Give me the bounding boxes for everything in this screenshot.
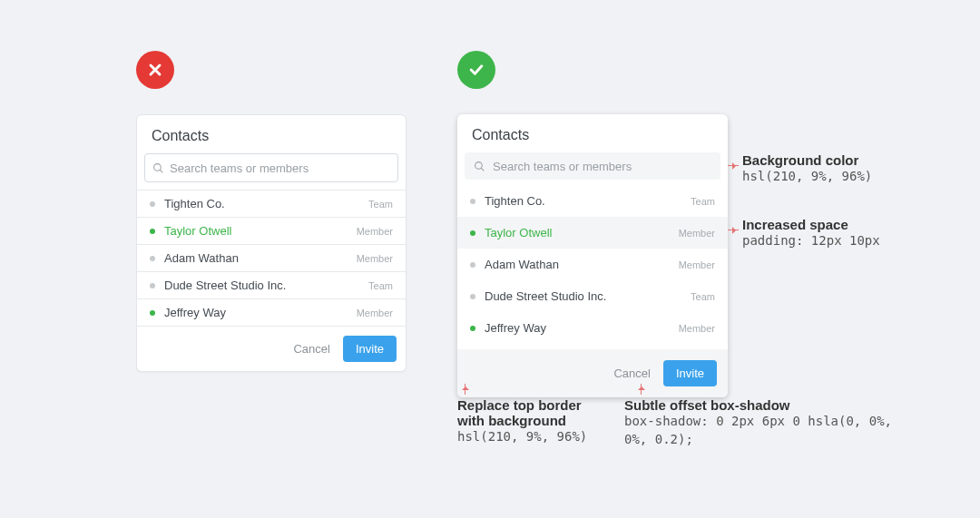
status-dot xyxy=(150,229,155,234)
contact-list: Tighten Co. Team Taylor Otwell Member Ad… xyxy=(457,185,728,344)
annotation-tick xyxy=(465,384,466,395)
search-icon xyxy=(152,162,164,174)
status-dot xyxy=(470,262,475,268)
contacts-card-good: Contacts Search teams or members Tighten… xyxy=(457,114,728,397)
annotation-arrow xyxy=(728,230,739,230)
search-input[interactable]: Search teams or members xyxy=(144,153,398,182)
status-dot xyxy=(470,326,475,331)
svg-point-0 xyxy=(154,163,162,171)
annotation-bg: Background color hsl(210, 9%, 96%) xyxy=(742,152,897,186)
annotation-tick xyxy=(641,384,642,395)
card-title: Contacts xyxy=(137,115,406,153)
search-input[interactable]: Search teams or members xyxy=(465,152,720,180)
card-footer: Cancel Invite xyxy=(137,327,406,371)
status-dot xyxy=(470,294,475,299)
list-item[interactable]: Taylor Otwell Member xyxy=(457,217,728,249)
search-placeholder: Search teams or members xyxy=(493,160,632,173)
annotation-shadow: Subtle offset box-shadow box-shadow: 0 2… xyxy=(624,397,897,448)
status-dot xyxy=(470,199,475,204)
contacts-card-bad: Contacts Search teams or members Tighten… xyxy=(136,114,407,372)
card-footer: Cancel Invite xyxy=(457,349,728,397)
list-item[interactable]: Jeffrey Way Member xyxy=(137,298,406,327)
list-item[interactable]: Taylor Otwell Member xyxy=(137,217,406,244)
card-title: Contacts xyxy=(457,114,728,152)
item-tag: Member xyxy=(679,323,715,334)
list-item[interactable]: Jeffrey Way Member xyxy=(457,312,728,344)
list-item[interactable]: Adam Wathan Member xyxy=(457,249,728,280)
annotation-space: Increased space padding: 12px 10px xyxy=(742,217,906,250)
contact-list: Tighten Co. Team Taylor Otwell Member Ad… xyxy=(137,190,406,327)
list-item[interactable]: Tighten Co. Team xyxy=(137,190,406,217)
svg-line-1 xyxy=(160,170,162,172)
item-tag: Member xyxy=(679,228,715,239)
list-item[interactable]: Dude Street Studio Inc. Team xyxy=(457,280,728,312)
item-tag: Team xyxy=(368,199,393,210)
bad-example-icon xyxy=(136,51,174,89)
status-dot xyxy=(150,256,155,261)
good-example-icon xyxy=(457,51,495,89)
svg-line-3 xyxy=(481,168,484,171)
cancel-button[interactable]: Cancel xyxy=(613,367,650,380)
svg-point-2 xyxy=(475,161,483,169)
status-dot xyxy=(470,230,475,236)
status-dot xyxy=(150,201,155,207)
annotation-arrow xyxy=(728,165,739,166)
item-tag: Team xyxy=(691,291,715,302)
search-icon xyxy=(474,161,485,172)
status-dot xyxy=(150,310,155,316)
status-dot xyxy=(150,283,155,288)
item-tag: Member xyxy=(357,253,393,264)
item-tag: Member xyxy=(679,259,715,270)
list-item[interactable]: Tighten Co. Team xyxy=(457,185,728,217)
list-item[interactable]: Dude Street Studio Inc. Team xyxy=(137,271,406,298)
item-tag: Team xyxy=(691,196,715,207)
annotation-border: Replace top border with background hsl(2… xyxy=(457,397,607,446)
item-tag: Member xyxy=(357,308,393,318)
invite-button[interactable]: Invite xyxy=(343,336,397,362)
search-placeholder: Search teams or members xyxy=(170,161,309,175)
cancel-button[interactable]: Cancel xyxy=(293,342,329,356)
item-tag: Team xyxy=(368,280,393,291)
invite-button[interactable]: Invite xyxy=(663,360,717,386)
list-item[interactable]: Adam Wathan Member xyxy=(137,244,406,271)
item-tag: Member xyxy=(357,226,393,237)
